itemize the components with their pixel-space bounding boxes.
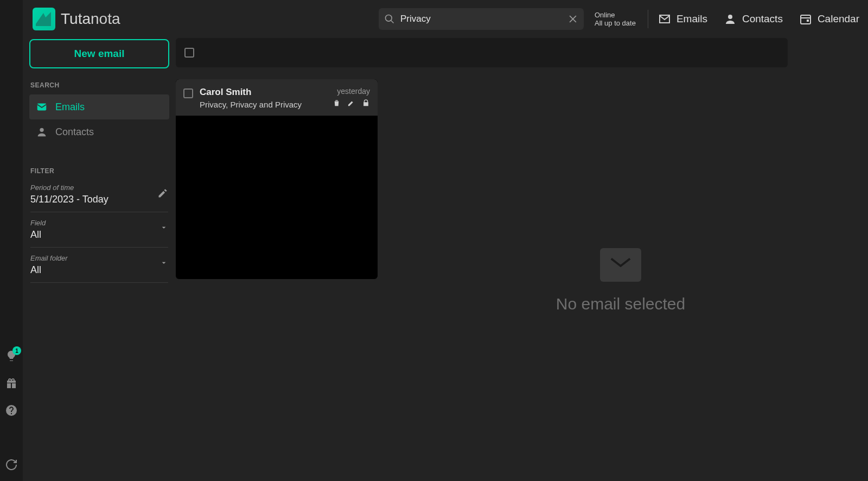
top-nav: Emails Contacts Calendar xyxy=(658,12,859,26)
refresh-icon[interactable] xyxy=(5,458,18,471)
filter-period-label: Period of time xyxy=(30,183,168,192)
filter-period[interactable]: Period of time 5/11/2023 - Today xyxy=(30,180,168,212)
nav-calendar-label: Calendar xyxy=(818,13,859,25)
connection-status: Online All up to date xyxy=(595,11,636,27)
help-icon[interactable] xyxy=(5,404,18,417)
gift-icon[interactable] xyxy=(5,377,18,390)
svg-rect-5 xyxy=(801,15,810,24)
person-icon xyxy=(724,12,737,26)
filter-folder-dropdown[interactable] xyxy=(159,258,168,269)
sidebar-item-contacts[interactable]: Contacts xyxy=(29,119,169,144)
person-icon xyxy=(36,126,48,138)
chevron-down-icon xyxy=(159,223,168,232)
mail-icon xyxy=(36,101,48,113)
pencil-icon xyxy=(157,188,168,199)
svg-line-1 xyxy=(391,21,394,23)
tips-icon[interactable] xyxy=(5,350,18,363)
empty-message: No email selected xyxy=(556,295,685,313)
new-email-button[interactable]: New email xyxy=(29,39,169,68)
logo-text-thin: nota xyxy=(91,10,120,27)
sidebar-section-filter: FILTER xyxy=(30,167,168,175)
email-row[interactable]: Carol Smith Privacy, Privacy and Privacy… xyxy=(176,79,378,116)
search-results: Carol Smith Privacy, Privacy and Privacy… xyxy=(176,79,378,279)
status-online: Online xyxy=(595,11,636,19)
separator xyxy=(648,10,648,28)
search-icon xyxy=(384,14,395,24)
pencil-icon[interactable] xyxy=(347,99,355,107)
select-all-checkbox[interactable] xyxy=(184,48,194,58)
empty-mail-icon xyxy=(600,248,641,282)
filter-folder[interactable]: Email folder All xyxy=(30,251,168,283)
chevron-down-icon xyxy=(159,258,168,267)
filter-folder-value: All xyxy=(30,264,168,276)
search-input[interactable] xyxy=(400,14,562,24)
filter-period-value: 5/11/2023 - Today xyxy=(30,194,168,205)
svg-rect-7 xyxy=(807,20,809,22)
svg-point-9 xyxy=(40,128,43,132)
logo-text-bold: Tuta xyxy=(61,10,91,27)
filter-field-value: All xyxy=(30,229,168,240)
email-subject: Privacy, Privacy and Privacy xyxy=(200,100,326,109)
status-sync: All up to date xyxy=(595,19,636,27)
filter-field-dropdown[interactable] xyxy=(159,223,168,234)
mail-icon xyxy=(658,12,671,26)
row-checkbox[interactable] xyxy=(183,88,193,98)
email-sender: Carol Smith xyxy=(200,87,326,98)
header: Tutanota Online All up to date Emails Co… xyxy=(23,0,868,38)
detail-pane: No email selected xyxy=(380,80,861,481)
filter-field-label: Field xyxy=(30,219,168,227)
sidebar-item-emails[interactable]: Emails xyxy=(29,94,169,119)
sidebar-section-search: SEARCH xyxy=(30,81,168,89)
trash-icon[interactable] xyxy=(333,99,341,107)
email-time: yesterday xyxy=(337,87,370,96)
filter-folder-label: Email folder xyxy=(30,254,168,262)
lock-icon[interactable] xyxy=(362,99,370,107)
logo-mark-icon xyxy=(33,8,55,30)
nav-calendar[interactable]: Calendar xyxy=(799,12,859,26)
edit-period-button[interactable] xyxy=(157,188,168,201)
clear-search-icon[interactable] xyxy=(567,14,578,24)
gear-icon[interactable] xyxy=(5,431,18,444)
app-logo: Tutanota xyxy=(33,8,120,30)
search-box[interactable] xyxy=(379,8,584,30)
sidebar: New email SEARCH Emails Contacts FILTER … xyxy=(23,38,176,481)
filter-field[interactable]: Field All xyxy=(30,216,168,248)
nav-emails-label: Emails xyxy=(676,13,707,25)
list-header xyxy=(176,38,788,67)
calendar-icon xyxy=(799,12,812,26)
nav-contacts-label: Contacts xyxy=(742,13,783,25)
nav-emails[interactable]: Emails xyxy=(658,12,707,26)
list-column: Carol Smith Privacy, Privacy and Privacy… xyxy=(176,38,379,279)
svg-point-0 xyxy=(386,15,392,22)
nav-contacts[interactable]: Contacts xyxy=(724,12,783,26)
left-rail xyxy=(0,0,23,481)
svg-point-4 xyxy=(728,15,732,19)
sidebar-item-label: Contacts xyxy=(55,126,94,138)
sidebar-item-label: Emails xyxy=(55,102,85,113)
logo-text: Tutanota xyxy=(61,10,120,28)
